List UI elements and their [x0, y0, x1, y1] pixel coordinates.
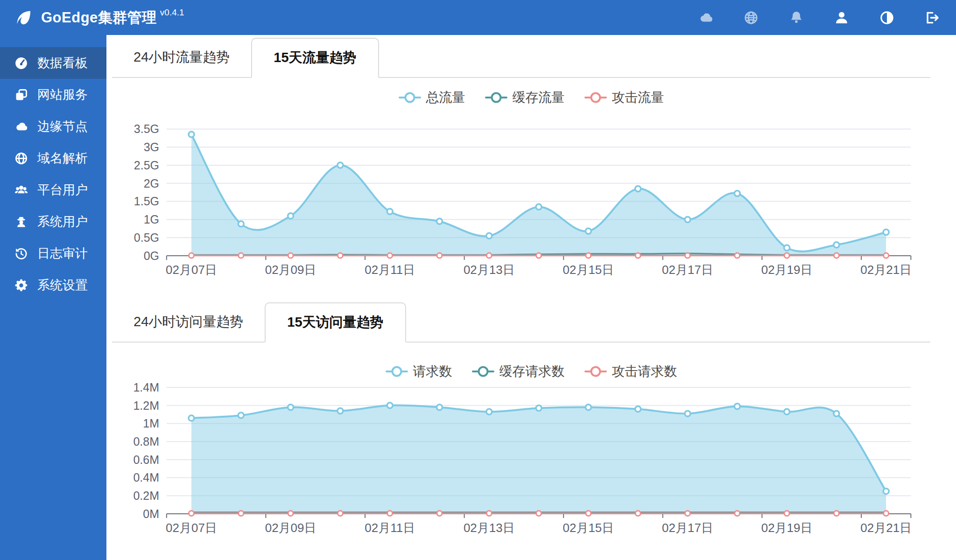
svg-text:0.2M: 0.2M — [133, 489, 159, 502]
sidebar-item-label: 日志审计 — [37, 245, 88, 262]
sidebar-item-label: 系统用户 — [37, 213, 88, 230]
svg-text:02月09日: 02月09日 — [265, 521, 316, 535]
traffic-trend-tabs: 24小时流量趋势 15天流量趋势 — [112, 38, 930, 78]
tab-requests-24h[interactable]: 24小时访问量趋势 — [112, 302, 265, 342]
svg-text:02月19日: 02月19日 — [761, 263, 813, 277]
series-0 — [189, 403, 889, 514]
legend-item-cache-traffic[interactable]: 缓存流量 — [485, 89, 565, 106]
svg-text:1.5G: 1.5G — [134, 195, 159, 208]
svg-text:0G: 0G — [144, 249, 159, 262]
main-content: 24小时流量趋势 15天流量趋势 总流量 缓存流量 攻击流量 0 — [106, 35, 956, 560]
globe-icon[interactable] — [743, 10, 759, 26]
bell-icon[interactable] — [788, 10, 804, 26]
svg-text:02月17日: 02月17日 — [662, 263, 713, 277]
y-axis-labels: 0M0.2M0.4M0.6M0.8M1M1.2M1.4M — [133, 382, 159, 520]
legend-item-attack-requests[interactable]: 攻击请求数 — [584, 363, 677, 380]
legend-item-requests[interactable]: 请求数 — [386, 363, 452, 380]
requests-trend-chart[interactable]: 0M0.2M0.4M0.6M0.8M1M1.2M1.4M02月07日02月09日… — [106, 382, 956, 545]
goedge-admin-page: GoEdge集群管理 v0.4.1 — [0, 0, 956, 560]
sidebar-item-settings[interactable]: 系统设置 — [0, 269, 106, 301]
legend-marker — [485, 93, 507, 102]
svg-text:2G: 2G — [144, 177, 159, 190]
sidebar-item-label: 边缘节点 — [37, 118, 88, 135]
svg-text:02月17日: 02月17日 — [662, 521, 713, 535]
sidebar-item-sites[interactable]: 网站服务 — [0, 79, 106, 111]
svg-text:02月09日: 02月09日 — [265, 263, 316, 277]
legend-marker — [472, 367, 494, 376]
legend-marker — [584, 93, 607, 102]
dashboard-icon — [14, 56, 28, 70]
traffic-chart-legend: 总流量 缓存流量 攻击流量 — [106, 87, 956, 108]
globe-icon — [14, 151, 28, 166]
header-icon-group — [698, 10, 940, 26]
tab-traffic-24h[interactable]: 24小时流量趋势 — [112, 38, 251, 77]
svg-text:02月07日: 02月07日 — [166, 521, 217, 535]
svg-text:02月21日: 02月21日 — [860, 263, 912, 277]
legend-item-cache-requests[interactable]: 缓存请求数 — [472, 363, 565, 380]
sidebar-item-dashboard[interactable]: 数据看板 — [0, 47, 106, 79]
app-version: v0.4.1 — [160, 7, 184, 18]
tab-requests-15d[interactable]: 15天访问量趋势 — [265, 302, 406, 343]
traffic-trend-chart[interactable]: 0G0.5G1G1.5G2G2.5G3G3.5G02月07日02月09日02月1… — [106, 108, 956, 285]
app-title: GoEdge集群管理 — [41, 8, 157, 28]
legend-marker — [386, 367, 408, 376]
requests-chart-legend: 请求数 缓存请求数 攻击请求数 — [106, 361, 956, 382]
cloud-icon — [14, 119, 28, 134]
legend-marker — [399, 93, 421, 102]
sidebar-nav: 数据看板 网站服务 边缘节点 — [0, 35, 106, 560]
svg-text:1.2M: 1.2M — [133, 399, 159, 412]
sidebar-item-system-users[interactable]: 系统用户 — [0, 206, 106, 238]
history-icon — [14, 246, 28, 261]
top-header-bar: GoEdge集群管理 v0.4.1 — [0, 0, 956, 35]
sidebar-item-label: 数据看板 — [37, 55, 88, 71]
svg-text:02月13日: 02月13日 — [464, 263, 515, 277]
tab-traffic-15d[interactable]: 15天流量趋势 — [251, 38, 379, 78]
svg-text:02月11日: 02月11日 — [365, 521, 415, 535]
sidebar-item-edge-nodes[interactable]: 边缘节点 — [0, 111, 106, 142]
goedge-leaf-logo-icon — [14, 8, 33, 27]
svg-text:02月15日: 02月15日 — [562, 263, 614, 277]
contrast-icon[interactable] — [879, 10, 895, 26]
sites-icon — [14, 88, 28, 102]
sidebar-item-label: 网站服务 — [37, 86, 88, 103]
legend-marker — [584, 367, 607, 376]
logout-icon[interactable] — [924, 10, 940, 26]
svg-text:02月19日: 02月19日 — [761, 521, 813, 535]
cloud-icon[interactable] — [698, 10, 714, 26]
sidebar-item-label: 平台用户 — [37, 182, 88, 198]
svg-text:0.8M: 0.8M — [133, 435, 159, 448]
svg-text:02月15日: 02月15日 — [562, 521, 614, 535]
sidebar-item-platform-users[interactable]: 平台用户 — [0, 174, 106, 206]
x-axis-labels: 02月07日02月09日02月11日02月13日02月15日02月17日02月1… — [166, 263, 912, 277]
sidebar-item-audit-log[interactable]: 日志审计 — [0, 238, 106, 269]
user-icon[interactable] — [834, 10, 850, 26]
svg-text:3G: 3G — [144, 140, 159, 154]
legend-item-total-traffic[interactable]: 总流量 — [399, 89, 465, 106]
users-icon — [14, 183, 28, 197]
svg-text:2.5G: 2.5G — [134, 159, 159, 172]
svg-text:1M: 1M — [143, 417, 159, 430]
legend-item-attack-traffic[interactable]: 攻击流量 — [584, 89, 664, 106]
svg-text:0.5G: 0.5G — [134, 231, 159, 244]
svg-text:02月21日: 02月21日 — [860, 521, 912, 535]
series-0 — [189, 132, 889, 256]
requests-trend-tabs: 24小时访问量趋势 15天访问量趋势 — [112, 302, 930, 343]
svg-text:0M: 0M — [143, 507, 159, 520]
svg-text:0.6M: 0.6M — [133, 453, 159, 466]
x-axis-labels: 02月07日02月09日02月11日02月13日02月15日02月17日02月1… — [166, 521, 912, 535]
y-axis-labels: 0G0.5G1G1.5G2G2.5G3G3.5G — [134, 122, 159, 262]
svg-text:0.4M: 0.4M — [133, 471, 159, 484]
svg-text:1.4M: 1.4M — [133, 382, 159, 394]
sidebar-item-dns[interactable]: 域名解析 — [0, 142, 106, 174]
svg-text:02月13日: 02月13日 — [464, 521, 515, 535]
svg-text:1G: 1G — [144, 213, 159, 226]
svg-text:02月11日: 02月11日 — [365, 263, 415, 277]
svg-text:3.5G: 3.5G — [134, 122, 159, 135]
sidebar-item-label: 域名解析 — [37, 150, 88, 167]
admin-user-icon — [14, 215, 28, 229]
gear-icon — [14, 278, 28, 293]
sidebar-item-label: 系统设置 — [37, 277, 88, 294]
svg-text:02月07日: 02月07日 — [166, 263, 217, 277]
